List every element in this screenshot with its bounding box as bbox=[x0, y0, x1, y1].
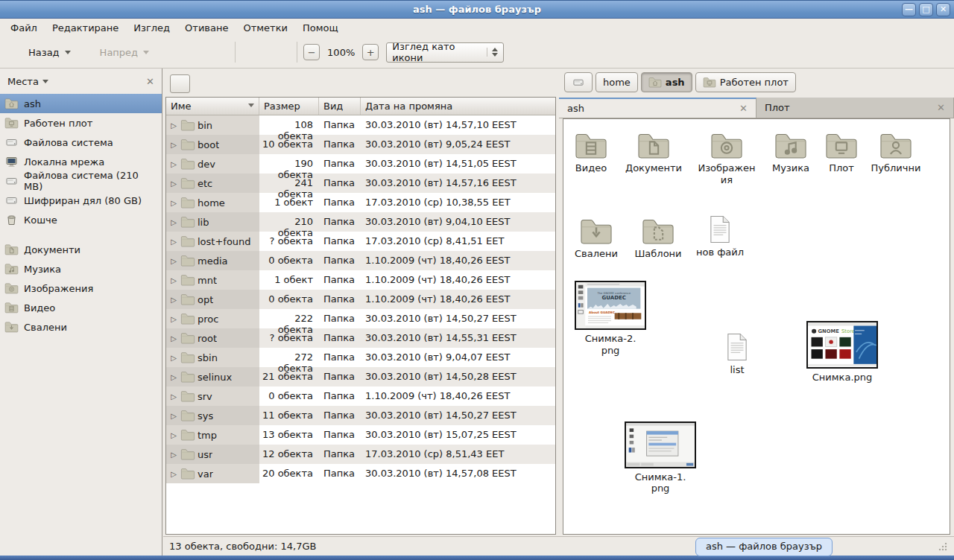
path-button-root[interactable] bbox=[564, 72, 593, 92]
chevron-down-icon[interactable] bbox=[42, 80, 48, 83]
icon-view-item[interactable]: The GNOME conferenceGUADECAbout GUADECСн… bbox=[575, 281, 646, 356]
search-button[interactable] bbox=[511, 41, 534, 63]
expander-icon[interactable]: ▷ bbox=[169, 141, 178, 149]
column-header-date[interactable]: Дата на промяна bbox=[361, 98, 555, 115]
zoom-out-button[interactable]: − bbox=[303, 44, 320, 60]
icon-view-item[interactable]: нов файл bbox=[684, 215, 756, 258]
titlebar[interactable]: ash — файлов браузър —□✕ bbox=[0, 0, 954, 19]
expander-icon[interactable]: ▷ bbox=[169, 179, 178, 188]
expander-icon[interactable]: ▷ bbox=[169, 257, 178, 265]
menu-item-4[interactable]: Отиване bbox=[177, 20, 236, 36]
sidebar-item[interactable]: Изображения bbox=[0, 279, 162, 298]
column-header-name[interactable]: Име bbox=[166, 98, 259, 115]
table-row[interactable]: ▷usr12 обектаПапка17.03.2010 (ср) 8,51,4… bbox=[166, 445, 555, 464]
table-row[interactable]: ▷var20 обектаПапка30.03.2010 (вт) 14,57,… bbox=[166, 464, 555, 483]
table-row[interactable]: ▷mnt1 обектПапка1.10.2009 (чт) 18,40,26 … bbox=[166, 270, 555, 290]
minimize-button[interactable]: — bbox=[902, 3, 916, 16]
table-row[interactable]: ▷etc241 обектаПапка30.03.2010 (вт) 14,57… bbox=[166, 174, 555, 193]
expander-icon[interactable]: ▷ bbox=[169, 218, 178, 226]
expander-icon[interactable]: ▷ bbox=[169, 334, 178, 343]
close-button[interactable]: ✕ bbox=[936, 3, 950, 16]
tab-close-icon[interactable]: ✕ bbox=[739, 103, 748, 114]
table-row[interactable]: ▷srv0 обектаПапка1.10.2009 (чт) 18,40,26… bbox=[166, 386, 555, 406]
column-header-type[interactable]: Вид bbox=[319, 98, 361, 115]
table-row[interactable]: ▷sbin272 обектаПапка30.03.2010 (вт) 9,04… bbox=[166, 348, 555, 367]
expander-icon[interactable]: ▷ bbox=[169, 121, 178, 130]
column-header-size[interactable]: Размер bbox=[259, 98, 319, 115]
sidebar-item[interactable]: Файлова система bbox=[0, 133, 162, 152]
icon-view-item[interactable]: Снимка-1. png bbox=[625, 421, 696, 494]
taskbar-window-label[interactable]: ash — файлов браузър bbox=[695, 538, 833, 556]
expander-icon[interactable]: ▷ bbox=[169, 238, 178, 246]
forward-history-chevron-icon[interactable] bbox=[143, 51, 149, 54]
table-row[interactable]: ▷root? обектаПапка30.03.2010 (вт) 14,55,… bbox=[166, 328, 555, 348]
table-row[interactable]: ▷home1 обектПапка17.03.2010 (ср) 10,38,5… bbox=[166, 193, 555, 212]
expander-icon[interactable]: ▷ bbox=[169, 431, 178, 439]
resize-grip[interactable] bbox=[938, 541, 948, 552]
sidebar-item[interactable]: Видео bbox=[0, 298, 162, 317]
expander-icon[interactable]: ▷ bbox=[169, 373, 178, 381]
table-row[interactable]: ▷boot10 обектаПапка30.03.2010 (вт) 9,05,… bbox=[166, 135, 555, 154]
menu-item-2[interactable]: Редактиране bbox=[45, 20, 126, 36]
reload-button[interactable] bbox=[205, 40, 229, 64]
view-mode-select[interactable]: Изглед като икони bbox=[386, 42, 504, 63]
expander-icon[interactable]: ▷ bbox=[169, 160, 178, 168]
icon-view-item[interactable]: list bbox=[701, 333, 773, 376]
menu-item-3[interactable]: Изглед bbox=[126, 20, 177, 36]
tab-ash[interactable]: ash✕ bbox=[559, 98, 756, 118]
expander-icon[interactable]: ▷ bbox=[169, 451, 178, 459]
expander-icon[interactable]: ▷ bbox=[169, 392, 178, 401]
back-button[interactable]: Назад bbox=[4, 40, 75, 64]
table-row[interactable]: ▷proc222 обектаПапка30.03.2010 (вт) 14,5… bbox=[166, 309, 555, 328]
sidebar-item[interactable]: Локална мрежа bbox=[0, 152, 162, 171]
home-button[interactable] bbox=[241, 40, 265, 64]
location-button[interactable] bbox=[170, 74, 190, 93]
icon-view-item[interactable]: Публични bbox=[860, 132, 932, 174]
expander-icon[interactable]: ▷ bbox=[169, 199, 178, 207]
forward-button[interactable]: Напред bbox=[76, 40, 153, 64]
sidebar-item[interactable]: Работен плот bbox=[0, 113, 162, 133]
sidebar-item[interactable]: Кошче bbox=[0, 210, 162, 229]
expander-icon[interactable]: ▷ bbox=[169, 296, 178, 304]
sidebar-item[interactable]: Свалени bbox=[0, 317, 162, 337]
menu-item-1[interactable]: Файл bbox=[3, 20, 45, 36]
sidebar-item[interactable]: Музика bbox=[0, 259, 162, 279]
sidebar-item[interactable]: Документи bbox=[0, 240, 162, 259]
icon-view-item[interactable]: Изображен ия bbox=[691, 132, 762, 185]
sidebar-close-icon[interactable]: ✕ bbox=[146, 76, 154, 87]
table-row[interactable]: ▷opt0 обектаПапка1.10.2009 (чт) 18,40,26… bbox=[166, 290, 555, 309]
sidebar-item[interactable]: Шифриран дял (80 GB) bbox=[0, 191, 162, 210]
icon-view-item[interactable]: Шаблони bbox=[622, 217, 694, 260]
menu-item-5[interactable]: Отметки bbox=[236, 20, 294, 36]
table-row[interactable]: ▷dev190 обектаПапка30.03.2010 (вт) 14,51… bbox=[166, 154, 555, 174]
table-row[interactable]: ▷lib210 обектаПапка30.03.2010 (вт) 9,04,… bbox=[166, 212, 555, 232]
zoom-in-button[interactable]: + bbox=[362, 44, 379, 60]
maximize-button[interactable]: □ bbox=[919, 3, 933, 16]
sidebar-title[interactable]: Места bbox=[7, 76, 39, 87]
expander-icon[interactable]: ▷ bbox=[169, 470, 178, 478]
expander-icon[interactable]: ▷ bbox=[169, 354, 178, 362]
expander-icon[interactable]: ▷ bbox=[169, 315, 178, 323]
stop-button[interactable] bbox=[180, 40, 203, 64]
computer-button[interactable] bbox=[267, 40, 291, 64]
menu-item-6[interactable]: Помощ bbox=[295, 20, 346, 36]
back-history-chevron-icon[interactable] bbox=[65, 51, 71, 54]
table-row[interactable]: ▷sys11 обектаПапка30.03.2010 (вт) 14,50,… bbox=[166, 406, 555, 425]
table-row[interactable]: ▷tmp13 обектаПапка30.03.2010 (вт) 15,07,… bbox=[166, 425, 555, 445]
table-row[interactable]: ▷selinux21 обектаПапка30.03.2010 (вт) 14… bbox=[166, 367, 555, 386]
tab-close-icon[interactable]: ✕ bbox=[937, 102, 945, 113]
icon-view-item[interactable]: GNOMEStoreСнимка.png bbox=[806, 321, 878, 383]
path-button-home[interactable]: home bbox=[596, 72, 638, 92]
sidebar-item[interactable]: ash bbox=[0, 94, 162, 113]
sidebar-item[interactable]: Файлова система (210 MB) bbox=[0, 171, 162, 191]
table-row[interactable]: ▷lost+found? обектаПапка17.03.2010 (ср) … bbox=[166, 232, 555, 251]
up-button[interactable] bbox=[154, 40, 178, 64]
path-button-ash[interactable]: ash bbox=[641, 72, 692, 92]
icon-view-item[interactable]: Документи bbox=[618, 132, 689, 174]
expander-icon[interactable]: ▷ bbox=[169, 412, 178, 420]
table-row[interactable]: ▷media0 обектаПапка1.10.2009 (чт) 18,40,… bbox=[166, 251, 555, 270]
icon-view-area[interactable]: ВидеоДокументиИзображен ияМузикаПлотПубл… bbox=[563, 118, 950, 535]
table-row[interactable]: ▷bin108 обектаПапка30.03.2010 (вт) 14,57… bbox=[166, 115, 555, 135]
expander-icon[interactable]: ▷ bbox=[169, 276, 178, 284]
tab-Плот[interactable]: Плот✕ bbox=[756, 98, 954, 118]
